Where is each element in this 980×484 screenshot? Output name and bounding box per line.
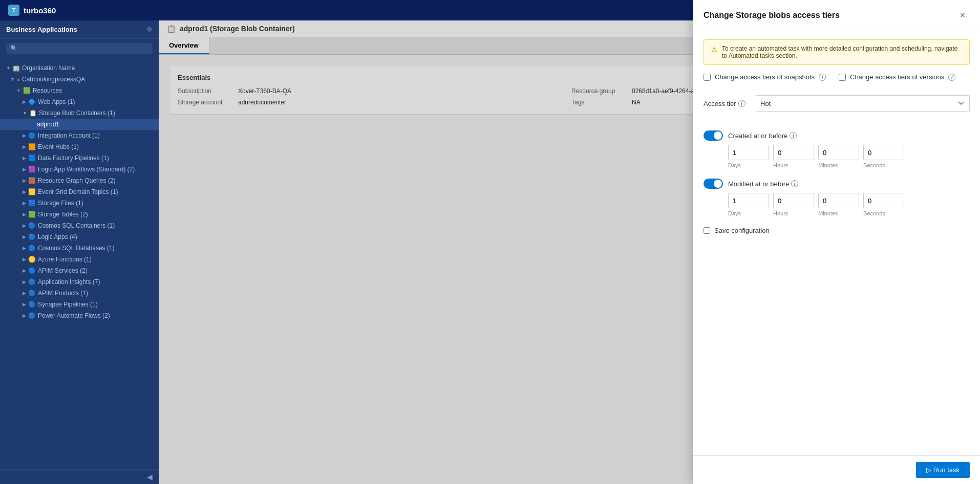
sidebar-item-label: Organisation Name: [22, 64, 75, 72]
created-days-input[interactable]: [728, 145, 769, 160]
created-label-text: Created at or before: [728, 132, 787, 140]
af-icon: 🟡: [28, 256, 36, 263]
sidebar-item-cosmos-containers[interactable]: ▶ 🔵 Cosmos SQL Containers (1): [0, 220, 159, 231]
access-tier-label: Access tier: [704, 100, 736, 107]
modified-filter-header: Modified at or before i: [704, 179, 970, 189]
created-seconds-label: Seconds: [863, 162, 904, 168]
sidebar-item-label: Resources: [33, 87, 62, 94]
sidebar-item-apim-products[interactable]: ▶ 🔵 APIM Products (1): [0, 288, 159, 299]
created-toggle-slider: [704, 130, 723, 141]
sidebar-header: Business Applications ⚙: [0, 20, 159, 39]
sidebar-item-label: Integration Account (1): [38, 132, 100, 139]
sidebar-search-container: 🔍: [0, 39, 159, 58]
created-minutes-group: Minutes: [818, 145, 859, 168]
sidebar-item-app-insights[interactable]: ▶ 🔵 Application Insights (7): [0, 276, 159, 288]
access-tier-select[interactable]: Hot Cool Archive: [756, 95, 970, 112]
settings-icon[interactable]: ⚙: [146, 26, 153, 33]
sidebar-item-storage-files[interactable]: ▶ 🟦 Storage Files (1): [0, 197, 159, 209]
chevron-icon: ▼: [23, 111, 27, 116]
sidebar-item-power-automate[interactable]: ▶ 🔵 Power Automate Flows (2): [0, 310, 159, 321]
save-config-label: Save configuration: [714, 227, 770, 234]
sidebar-item-webapps[interactable]: ▶ 🔷 Web Apps (1): [0, 96, 159, 107]
created-hours-input[interactable]: [773, 145, 814, 160]
created-toggle[interactable]: [704, 130, 723, 141]
sidebar-item-cabbooking[interactable]: ▼ ● CabbookingprocessQA: [0, 74, 159, 85]
checkbox-grid: Change access tiers of snapshots i Chang…: [704, 73, 970, 87]
sidebar-item-event-hubs[interactable]: ▶ 🟧 Event Hubs (1): [0, 141, 159, 152]
chevron-icon: ▶: [23, 234, 26, 239]
search-box[interactable]: 🔍: [6, 43, 153, 54]
sidebar-collapse-btn[interactable]: ◀: [0, 469, 159, 484]
chevron-icon: ▼: [6, 65, 11, 71]
versions-checkbox[interactable]: [839, 74, 846, 81]
chevron-icon: ▶: [23, 279, 26, 284]
created-seconds-group: Seconds: [863, 145, 904, 168]
created-seconds-input[interactable]: [863, 145, 904, 160]
chevron-icon: ▶: [23, 201, 26, 206]
chevron-icon: ▶: [23, 144, 26, 149]
chevron-icon: ▶: [23, 178, 26, 183]
webapps-icon: 🔷: [28, 98, 36, 105]
sidebar-item-storage-blob-containers[interactable]: ▼ 📋 Storage Blob Containers (1): [0, 107, 159, 119]
snapshots-label: Change access tiers of snapshots: [715, 73, 815, 81]
sidebar-item-data-factory[interactable]: ▶ 🟦 Data Factory Pipelines (1): [0, 152, 159, 164]
modal-close-button[interactable]: ×: [955, 8, 970, 23]
sidebar-item-resources[interactable]: ▼ 🟩 Resources: [0, 85, 159, 96]
modified-hours-input[interactable]: [773, 193, 814, 208]
ai-icon: 🔵: [28, 278, 36, 285]
sidebar-item-cosmos-databases[interactable]: ▶ 🔵 Cosmos SQL Databases (1): [0, 243, 159, 254]
versions-label: Change access tiers of versions: [850, 73, 944, 81]
chevron-icon: ▶: [23, 212, 26, 217]
sidebar-item-label: Logic Apps (4): [38, 233, 77, 240]
save-config-checkbox[interactable]: [704, 227, 710, 234]
modified-time-fields: Days Hours Minutes Seconds: [704, 193, 970, 216]
access-tier-label-container: Access tier i: [704, 100, 750, 107]
chevron-icon: ▼: [10, 77, 15, 82]
chevron-icon: ▶: [23, 133, 26, 138]
sidebar-item-integration-account[interactable]: ▶ 🔵 Integration Account (1): [0, 130, 159, 141]
sidebar-item-apim-services[interactable]: ▶ 🔵 APIM Services (2): [0, 265, 159, 276]
snapshots-checkbox[interactable]: [704, 74, 711, 81]
created-filter-row: Created at or before i Days Hours Minute…: [704, 130, 970, 168]
created-hours-label: Hours: [773, 162, 814, 168]
chevron-icon: ▶: [23, 257, 26, 262]
sidebar-item-org[interactable]: ▼ 🏢 Organisation Name: [0, 62, 159, 74]
sidebar-item-label: Power Automate Flows (2): [38, 312, 110, 319]
app-icon: ●: [17, 77, 20, 82]
sidebar-item-synapse-pipelines[interactable]: ▶ 🔵 Synapse Pipelines (1): [0, 299, 159, 310]
sidebar-item-adprod1[interactable]: adprod1: [0, 119, 159, 130]
sidebar-item-storage-tables[interactable]: ▶ 🟩 Storage Tables (2): [0, 209, 159, 220]
sidebar-item-label: Logic App Workflows (Standard) (2): [38, 166, 135, 173]
chevron-icon: ▶: [23, 291, 26, 296]
modified-info-icon: i: [791, 180, 798, 187]
collapse-icon: ◀: [147, 473, 153, 481]
modified-days-input[interactable]: [728, 193, 769, 208]
sidebar: Business Applications ⚙ 🔍 ▼ 🏢 Organisati…: [0, 20, 159, 484]
chevron-icon: ▶: [23, 99, 26, 104]
law-icon: 🟪: [28, 166, 36, 173]
sidebar-item-azure-functions[interactable]: ▶ 🟡 Azure Functions (1): [0, 254, 159, 265]
sidebar-item-resource-graph[interactable]: ▶ 🟫 Resource Graph Queries (2): [0, 175, 159, 186]
modified-seconds-group: Seconds: [863, 193, 904, 216]
as-icon: 🔵: [28, 267, 36, 274]
created-minutes-input[interactable]: [818, 145, 859, 160]
chevron-icon: ▶: [23, 223, 26, 228]
chevron-icon: ▶: [23, 246, 26, 251]
modal-title: Change Storage blobs access tiers: [704, 11, 840, 20]
sidebar-item-logic-app-workflows[interactable]: ▶ 🟪 Logic App Workflows (Standard) (2): [0, 164, 159, 175]
sidebar-tree: ▼ 🏢 Organisation Name ▼ ● Cabbookingproc…: [0, 58, 159, 469]
save-config-row: Save configuration: [704, 227, 970, 234]
modified-seconds-input[interactable]: [863, 193, 904, 208]
modal-footer: ▷ Run task: [693, 455, 980, 484]
modified-filter-label: Modified at or before i: [728, 180, 798, 188]
sidebar-item-logic-apps[interactable]: ▶ 🔵 Logic Apps (4): [0, 231, 159, 243]
run-task-button[interactable]: ▷ Run task: [916, 462, 970, 478]
modified-toggle[interactable]: [704, 179, 723, 189]
sidebar-item-label: Storage Blob Containers (1): [39, 109, 115, 117]
modified-label-text: Modified at or before: [728, 180, 789, 188]
eg-icon: 🟨: [28, 188, 36, 195]
access-tier-info-icon: i: [738, 100, 745, 107]
sidebar-item-event-grid[interactable]: ▶ 🟨 Event Grid Domain Topics (1): [0, 186, 159, 197]
sidebar-item-label: Storage Tables (2): [38, 211, 88, 218]
modified-minutes-input[interactable]: [818, 193, 859, 208]
